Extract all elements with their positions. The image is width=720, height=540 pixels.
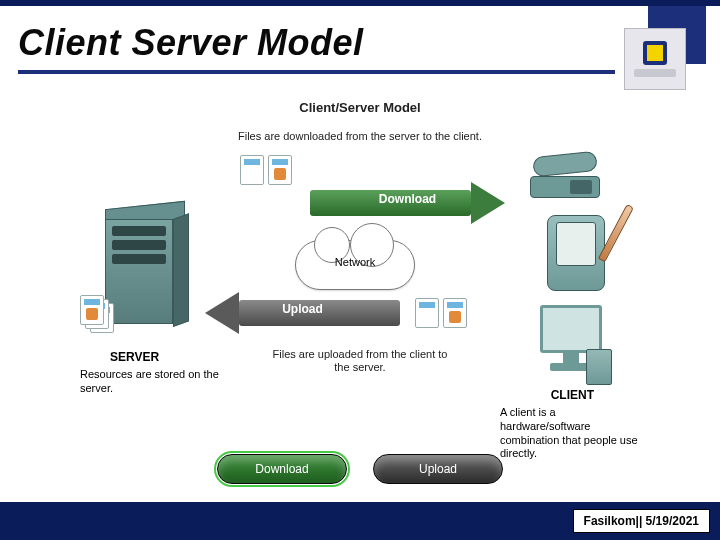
diagram-heading: Client/Server Model	[80, 100, 640, 115]
slide-title: Client Server Model	[18, 22, 364, 64]
client-computer-icon	[532, 305, 610, 383]
upload-arrow-label: Upload	[205, 302, 400, 316]
download-arrow-label: Download	[310, 192, 505, 206]
diagram-area: Client/Server Model Files are downloaded…	[80, 100, 640, 500]
corner-logo	[616, 6, 706, 86]
download-caption: Files are downloaded from the server to …	[80, 130, 640, 142]
files-download-icon	[240, 155, 292, 185]
file-icon	[415, 298, 439, 328]
network-cloud-icon: Network	[295, 240, 415, 290]
upload-button[interactable]: Upload	[373, 454, 503, 484]
client-description: A client is a hardware/software combinat…	[500, 406, 648, 461]
file-icon	[443, 298, 467, 328]
logo-inner-icon	[643, 41, 667, 65]
phone-icon	[530, 150, 600, 198]
pda-icon	[547, 215, 605, 291]
upload-arrow: Upload	[205, 292, 400, 334]
file-icon	[268, 155, 292, 185]
diagram-buttons: Download Upload	[80, 454, 640, 484]
top-border	[0, 0, 720, 6]
network-label: Network	[295, 256, 415, 268]
files-upload-icon	[415, 298, 467, 328]
file-icon	[240, 155, 264, 185]
footer-bar: Fasilkom|| 5/19/2021	[0, 502, 720, 540]
title-underline	[18, 70, 615, 74]
download-button[interactable]: Download	[217, 454, 347, 484]
title-bar: Client Server Model	[18, 8, 702, 78]
client-label: CLIENT	[551, 388, 594, 402]
footer-text: Fasilkom|| 5/19/2021	[573, 509, 710, 533]
server-files-icon	[80, 295, 120, 337]
stylus-icon	[598, 204, 634, 262]
logo-badge	[624, 28, 686, 90]
download-arrow: Download	[310, 182, 505, 224]
logo-ribbon	[634, 69, 676, 77]
